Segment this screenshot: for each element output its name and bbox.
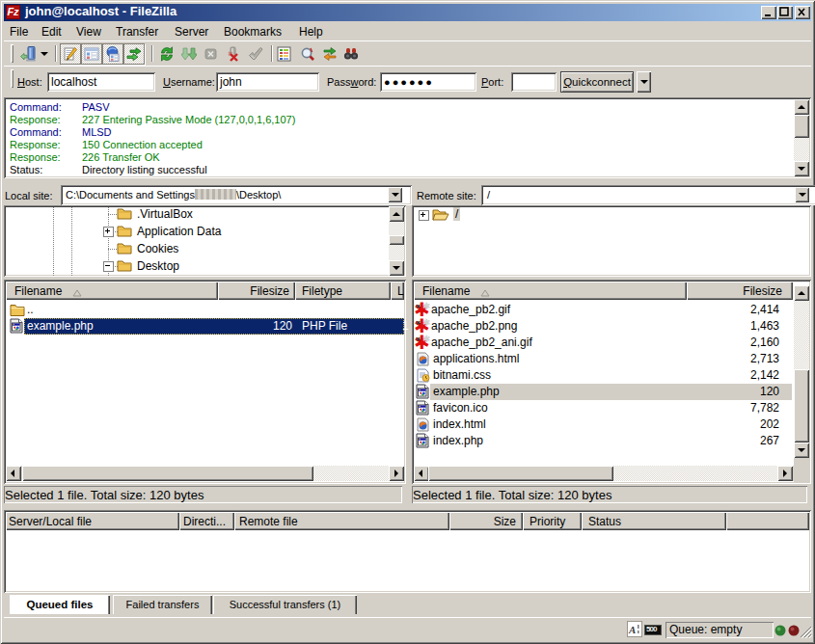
svg-text:A: A xyxy=(628,624,636,635)
